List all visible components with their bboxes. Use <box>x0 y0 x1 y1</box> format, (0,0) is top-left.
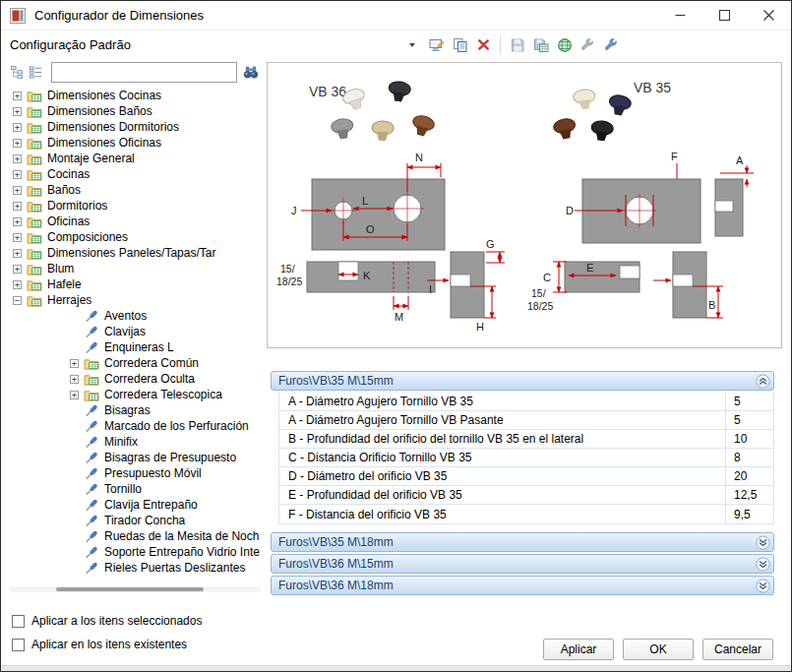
tree-item-label: Corredera Oculta <box>104 372 195 386</box>
tree-item[interactable]: Rieles Puertas Deslizantes <box>9 560 261 576</box>
minimize-button[interactable] <box>658 1 702 30</box>
expand-expander-icon[interactable]: + <box>13 123 22 132</box>
property-row[interactable]: A - Diámetro Agujero Tornillo VB Pasante… <box>279 411 773 430</box>
expand-expander-icon[interactable]: + <box>13 170 22 179</box>
expand-expander-icon[interactable]: + <box>13 202 22 211</box>
expand-section-button[interactable] <box>755 556 770 572</box>
tree-hscrollbar-thumb[interactable] <box>56 587 204 591</box>
property-value[interactable]: 10 <box>725 430 773 448</box>
tree-item[interactable]: Bisagras <box>9 402 261 418</box>
tree-item[interactable]: Clavijas <box>9 324 261 339</box>
tree-item-label: Marcado de los Perfuración <box>104 419 249 433</box>
ok-button[interactable]: OK <box>623 639 694 660</box>
expand-expander-icon[interactable]: + <box>13 217 22 226</box>
tree-item[interactable]: +Dimensiones Paneles/Tapas/Tar <box>9 245 261 261</box>
tree-list-button[interactable] <box>28 64 44 81</box>
apply-selected-items-checkbox[interactable]: Aplicar a los itens seleccionados <box>12 613 202 629</box>
tree-item[interactable]: −Herrajes <box>9 292 261 308</box>
tree-item[interactable]: Presupuesto Móvil <box>9 465 261 481</box>
expand-expander-icon[interactable]: + <box>13 265 22 274</box>
property-value[interactable]: 12,5 <box>725 486 773 504</box>
save-table-button[interactable] <box>529 33 552 56</box>
tree-item[interactable]: +Blum <box>9 261 261 276</box>
expand-expander-icon[interactable]: + <box>13 154 22 163</box>
property-value[interactable]: 9,5 <box>725 505 773 523</box>
tree-item[interactable]: Clavija Entrepaño <box>9 497 261 513</box>
tools-button[interactable] <box>577 33 599 56</box>
tree-item[interactable]: +Baños <box>9 182 261 198</box>
section-header[interactable]: Furos\VB\35 M\18mm <box>271 532 774 552</box>
edit-config-button[interactable] <box>425 33 448 56</box>
property-row[interactable]: B - Profundidad del orificio del tornill… <box>279 430 773 449</box>
expand-expander-icon[interactable]: + <box>70 391 79 399</box>
tree-hierarchy-button[interactable] <box>9 64 26 81</box>
cancelar-button[interactable]: Cancelar <box>702 639 773 660</box>
tree-item[interactable]: +Dimensiones Baños <box>9 103 261 119</box>
tree-item[interactable]: +Dimensiones Oficinas <box>9 135 261 151</box>
collapse-section-button[interactable] <box>755 373 770 389</box>
maximize-button[interactable] <box>702 1 747 30</box>
property-value[interactable]: 20 <box>725 467 773 485</box>
tree-item[interactable]: Aventos <box>9 308 261 324</box>
tree-item[interactable]: +Dormitorios <box>9 198 261 214</box>
close-button[interactable] <box>747 1 791 30</box>
dialog-window: Configurador de Dimensiones Configuração… <box>0 0 792 672</box>
tree-item[interactable]: Bisagras de Presupuesto <box>9 450 261 465</box>
property-row[interactable]: C - Distancia Orificio Tornillo VB 358 <box>279 449 773 467</box>
tree-item[interactable]: +Corredera Telescopica <box>9 387 261 402</box>
copy-config-button[interactable] <box>449 33 471 56</box>
tree-item[interactable]: +Dimensiones Cocinas <box>9 88 261 103</box>
tree-item[interactable]: +Dimensiones Dormitorios <box>9 119 261 135</box>
property-row[interactable]: F - Distancia del orificio VB 359,5 <box>279 505 773 523</box>
expand-section-button[interactable] <box>755 534 770 550</box>
tool-icon <box>84 498 99 513</box>
collapse-expander-icon[interactable]: − <box>13 296 22 305</box>
property-row[interactable]: E - Profundidad del orificio VB 3512,5 <box>279 486 773 505</box>
section-header[interactable]: Furos\VB\36 M\18mm <box>271 576 774 595</box>
checkbox-box[interactable] <box>12 639 25 651</box>
expand-expander-icon[interactable]: + <box>13 280 22 289</box>
settings-button[interactable] <box>600 33 623 56</box>
find-button[interactable] <box>242 64 259 81</box>
apply-existing-items-checkbox[interactable]: Aplicar en los itens existentes <box>12 637 187 652</box>
property-row[interactable]: A - Diámetro Agujero Tornillo VB 355 <box>279 393 773 411</box>
tree-item[interactable]: +Cocinas <box>9 166 261 182</box>
delete-config-button[interactable] <box>472 33 495 56</box>
tree-item[interactable]: Soporte Entrepaño Vidrio Inte <box>9 544 261 560</box>
tree-hscrollbar[interactable] <box>9 586 261 592</box>
web-button[interactable] <box>553 33 576 56</box>
expand-expander-icon[interactable]: + <box>13 107 22 116</box>
expand-expander-icon[interactable]: + <box>70 359 79 368</box>
tree-item[interactable]: Marcado de los Perfuración <box>9 418 261 434</box>
property-row[interactable]: D - Diámetro del orificio VB 3520 <box>279 467 773 486</box>
expand-expander-icon[interactable]: + <box>13 233 22 242</box>
property-value[interactable]: 8 <box>725 449 773 466</box>
preset-select[interactable]: Configuração Padrão <box>10 37 405 52</box>
tree-item[interactable]: +Montaje General <box>9 151 261 166</box>
tree-item[interactable]: Minifix <box>9 434 261 450</box>
expand-section-button[interactable] <box>755 578 770 593</box>
property-value[interactable]: 5 <box>725 411 773 429</box>
tree-item[interactable]: +Hafele <box>9 276 261 292</box>
tree-item[interactable]: Tirador Concha <box>9 513 261 528</box>
expand-expander-icon[interactable]: + <box>70 375 79 384</box>
tree-item[interactable]: +Oficinas <box>9 214 261 229</box>
property-value[interactable]: 5 <box>725 393 773 410</box>
search-input[interactable] <box>51 62 237 83</box>
tree-item[interactable]: +Composiciones <box>9 229 261 245</box>
tree-item[interactable]: +Corredera Común <box>9 355 261 371</box>
tree-item[interactable]: Enquineras L <box>9 339 261 355</box>
expand-expander-icon[interactable]: + <box>13 186 22 195</box>
expand-expander-icon[interactable]: + <box>13 249 22 258</box>
section-header[interactable]: Furos\VB\35 M\15mm <box>271 371 774 391</box>
expand-expander-icon[interactable]: + <box>13 139 22 148</box>
tree-item[interactable]: +Corredera Oculta <box>9 371 261 387</box>
aplicar-button[interactable]: Aplicar <box>543 639 614 660</box>
preset-dropdown-caret[interactable] <box>405 36 419 54</box>
checkbox-box[interactable] <box>12 615 25 628</box>
save-button[interactable] <box>506 33 528 56</box>
tree-item[interactable]: Tornillo <box>9 481 261 497</box>
section-header[interactable]: Furos\VB\36 M\15mm <box>271 554 774 574</box>
expand-expander-icon[interactable]: + <box>13 92 22 100</box>
tree-item[interactable]: Ruedas de la Mesita de Noch <box>9 528 261 544</box>
